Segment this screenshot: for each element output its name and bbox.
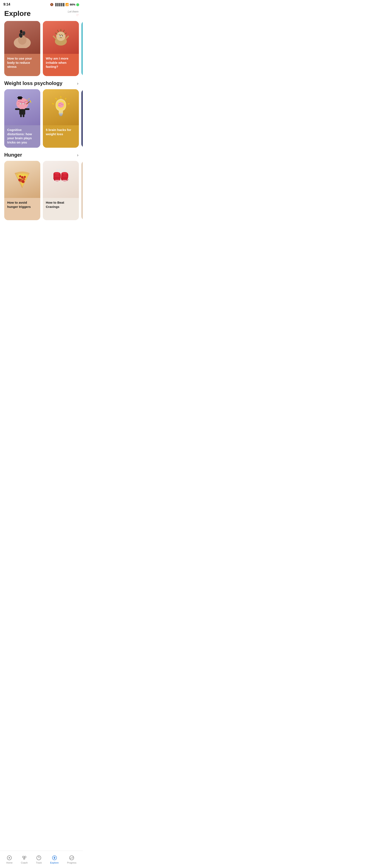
svg-point-57 <box>24 176 26 178</box>
battery-icon: 66% ⬤ <box>70 3 79 6</box>
svg-rect-33 <box>25 108 29 110</box>
weight-loss-arrow[interactable]: › <box>77 81 79 86</box>
svg-point-42 <box>58 102 64 107</box>
svg-line-48 <box>68 104 69 104</box>
svg-rect-40 <box>18 96 22 99</box>
card-reduce-stress-label: How to use your body to reduce stress <box>7 57 32 68</box>
pizza-image <box>12 169 33 190</box>
svg-text:★: ★ <box>30 102 32 103</box>
status-icons: 🔕 ▐▐▐▐▐ 📶 66% ⬤ <box>50 3 79 6</box>
svg-line-9 <box>57 30 59 32</box>
svg-point-64 <box>55 172 60 175</box>
svg-line-47 <box>65 98 66 99</box>
svg-line-49 <box>56 98 57 99</box>
svg-text:★: ★ <box>28 98 30 100</box>
card-brain-hacks[interactable]: 5 brain hacks for weight loss <box>43 89 79 148</box>
svg-line-11 <box>55 33 57 34</box>
status-bar: 9:14 🔕 ▐▐▐▐▐ 📶 66% ⬤ <box>0 0 83 8</box>
status-time: 9:14 <box>3 3 10 6</box>
hunger-arrow[interactable]: › <box>77 153 79 157</box>
brain-character-image: ★ ★ ★ <box>12 96 33 119</box>
svg-rect-30 <box>20 114 22 117</box>
stress-card-image <box>13 27 32 48</box>
svg-line-8 <box>63 30 64 32</box>
card-reduce-stress[interactable]: How to use your body to reduce stress <box>4 21 40 76</box>
card-cognitive-distortions-label: Cognitive distortions: how your brain pl… <box>7 128 32 144</box>
svg-rect-44 <box>59 114 63 115</box>
svg-point-23 <box>21 103 22 104</box>
svg-point-59 <box>23 181 23 182</box>
card-irritable-fasting[interactable]: Why am I more irritable when fasting? <box>43 21 79 76</box>
card-avoid-hunger[interactable]: How to avoid hunger triggers <box>4 161 40 220</box>
card-avoid-hunger-label: How to avoid hunger triggers <box>7 201 31 209</box>
page-header: Explore Let them ♡ <box>0 8 83 21</box>
svg-point-54 <box>22 180 25 183</box>
svg-rect-67 <box>62 180 67 182</box>
heart-icon: ♡ <box>68 13 79 17</box>
page-title: Explore <box>4 9 31 18</box>
svg-point-17 <box>62 36 63 36</box>
wifi-icon: 📶 <box>65 3 69 6</box>
svg-rect-29 <box>19 109 25 115</box>
svg-point-4 <box>20 30 23 33</box>
card-irritable-fasting-label: Why am I more irritable when fasting? <box>46 57 68 68</box>
svg-rect-43 <box>59 113 63 114</box>
svg-rect-32 <box>15 108 20 110</box>
svg-line-12 <box>54 36 56 39</box>
main-content: How to use your body to reduce stress <box>0 21 83 237</box>
svg-line-13 <box>65 36 68 39</box>
card-beat-cravings-label: How to Beat Cravings <box>46 201 64 209</box>
card-brain-hacks-label: 5 brain hacks for weight loss <box>46 128 71 136</box>
svg-line-10 <box>64 33 67 34</box>
hunger-title: Hunger <box>4 152 22 158</box>
hedgehog-image <box>51 27 70 48</box>
weight-loss-section-header: Weight loss psychology › <box>0 76 83 89</box>
svg-point-16 <box>60 36 60 36</box>
svg-point-6 <box>56 32 65 41</box>
svg-text:★: ★ <box>26 99 28 101</box>
mute-icon: 🔕 <box>50 3 54 6</box>
boxing-gloves-image <box>50 168 71 191</box>
card-emotional-partial[interactable] <box>82 21 83 76</box>
svg-line-50 <box>52 104 54 104</box>
brain-bulb-image <box>51 96 70 119</box>
svg-point-56 <box>19 175 21 177</box>
card-beat-cravings[interactable]: How to Beat Cravings <box>43 161 79 220</box>
svg-point-24 <box>24 103 24 104</box>
header-logo: Let them ♡ <box>68 10 79 17</box>
svg-rect-31 <box>23 114 24 117</box>
svg-point-55 <box>21 176 24 179</box>
svg-rect-66 <box>55 180 60 182</box>
signal-icon: ▐▐▐▐▐ <box>55 3 64 6</box>
hunger-cards: How to avoid hunger triggers <box>0 161 83 220</box>
svg-rect-45 <box>60 115 62 116</box>
weight-loss-title: Weight loss psychology <box>4 80 62 86</box>
weight-loss-cards: ★ ★ ★ Cognitive distortions: how your br… <box>0 89 83 148</box>
card-cognitive-distortions[interactable]: ★ ★ ★ Cognitive distortions: how your br… <box>4 89 40 148</box>
stress-section-cards: How to use your body to reduce stress <box>0 21 83 76</box>
card-achieve-partial[interactable] <box>82 89 83 148</box>
hunger-section-header: Hunger › <box>0 148 83 161</box>
svg-point-65 <box>62 172 67 175</box>
card-hunger-partial[interactable] <box>82 161 83 220</box>
